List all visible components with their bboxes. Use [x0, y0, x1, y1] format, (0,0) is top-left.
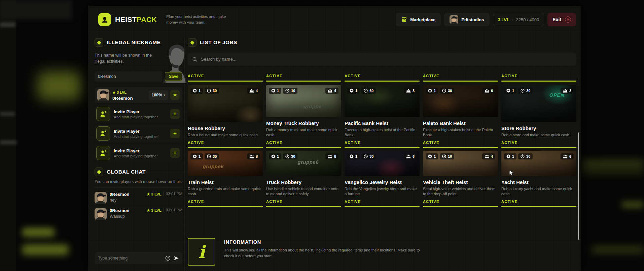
info-icon: i — [188, 238, 215, 266]
police-badge-icon — [271, 154, 275, 158]
police-level-value: 1 — [434, 89, 436, 93]
job-card[interactable]: ACTIVE 1 60 — [345, 73, 420, 148]
add-player-button[interactable]: + — [170, 109, 180, 119]
job-card-header: ACTIVE — [266, 73, 341, 85]
jobs-section-title: LIST OF JOBS — [188, 38, 576, 47]
level-separator: › — [512, 18, 513, 22]
duration-value: 30 — [526, 89, 530, 93]
players-badge: 3 — [561, 88, 574, 94]
clock-icon — [364, 89, 368, 93]
search-input[interactable] — [201, 57, 572, 62]
players-badge: 4 — [247, 88, 260, 94]
job-card[interactable]: ACTIVE gruppe 1 10 — [266, 73, 341, 148]
job-card[interactable]: 1 30 6 Yacht Heist — [501, 151, 576, 207]
bg-top-left-box — [0, 0, 72, 20]
job-status-bottom: ACTIVE — [345, 197, 420, 204]
police-badge-icon — [506, 89, 510, 93]
player-card: ★ 3 LVL 0Resmon 100% ▾ ★ — [95, 87, 182, 103]
message-author: 0Resmon — [110, 208, 130, 213]
duration-badge: 30 — [518, 88, 533, 94]
clock-icon — [521, 89, 525, 93]
person-plus-icon — [96, 146, 110, 160]
police-badge-icon — [428, 89, 432, 93]
share-percent-dropdown[interactable]: 100% ▾ — [149, 90, 168, 100]
chat-message[interactable]: 0Resmon Wassup ★ 3 LVL 03:01 PM — [95, 208, 182, 220]
job-description: Execute a high-stakes heist at the Pacif… — [345, 127, 420, 138]
chat-hint: You can invite players with mouse hover … — [95, 179, 182, 188]
players-badge: 8 — [247, 153, 260, 159]
chat-message-list: 0Resmon hey ★ 3 LVL 03:01 PM 0Resmon Was… — [95, 188, 182, 220]
police-badge-icon — [271, 89, 275, 93]
police-level-value: 1 — [199, 154, 201, 158]
chat-input[interactable] — [98, 256, 162, 261]
send-icon[interactable] — [174, 255, 179, 261]
job-card-header: ACTIVE — [345, 73, 420, 85]
marketplace-button[interactable]: Marketplace — [396, 13, 441, 26]
invite-title: Invite Player — [114, 129, 158, 134]
bg-gray-bar-2 — [0, 112, 15, 116]
add-player-button[interactable]: + — [170, 148, 180, 158]
job-image-label: gruppe6 — [203, 163, 224, 169]
job-accent-line-top — [345, 81, 420, 82]
exit-label: Exit — [552, 17, 561, 22]
heistpack-window: HEISTPACK Plan your heist activities and… — [88, 6, 581, 271]
group-icon — [249, 155, 254, 158]
message-time: 03:01 PM — [164, 208, 182, 212]
user-chip[interactable]: Edtstudios — [444, 13, 489, 26]
person-plus-icon — [96, 126, 110, 141]
clock-icon — [285, 89, 289, 93]
jobs-grid: ACTIVE 1 30 — [188, 73, 576, 207]
clock-icon — [207, 89, 211, 93]
job-card[interactable]: 1 10 4 Vehicle Theft He — [423, 151, 498, 207]
bg-left-strip — [0, 0, 16, 271]
star-icon: ★ — [173, 92, 177, 97]
job-image: gruppe6 1 30 — [188, 151, 263, 176]
nickname-input[interactable] — [95, 71, 162, 82]
invite-player-row[interactable]: Invite Player And start playing together… — [95, 145, 182, 161]
job-accent-line-top — [188, 81, 263, 82]
job-description: Steal high-value vehicles and deliver th… — [423, 186, 498, 197]
app-logo-icon — [98, 13, 111, 26]
players-value: 6 — [569, 154, 571, 158]
group-icon — [485, 89, 489, 93]
job-title: Store Robbery — [501, 125, 576, 131]
job-card[interactable]: ACTIVE 1 30 — [188, 73, 263, 148]
emoji-icon[interactable] — [165, 255, 171, 261]
save-button[interactable]: Save — [165, 72, 182, 81]
job-accent-line-bottom — [423, 206, 498, 207]
invite-player-row[interactable]: Invite Player And start playing together… — [95, 125, 182, 142]
job-image: 1 30 4 — [188, 85, 263, 122]
jobs-scrollbar[interactable] — [578, 132, 579, 240]
duration-badge: 60 — [361, 88, 376, 94]
leader-star-button[interactable]: ★ — [170, 90, 180, 100]
share-percent-value: 100% — [152, 93, 162, 97]
add-player-button[interactable]: + — [170, 129, 180, 138]
police-level-badge: 1 — [190, 153, 203, 159]
job-status-bottom: ACTIVE — [188, 197, 263, 204]
nickname-title: ILLEGAL NICKNAME — [107, 39, 160, 46]
duration-badge: 30 — [283, 153, 297, 159]
duration-badge: 30 — [361, 153, 376, 159]
job-status-top: ACTIVE — [266, 74, 341, 78]
duration-value: 30 — [213, 89, 217, 93]
police-level-value: 1 — [512, 89, 514, 93]
job-card[interactable]: ACTIVE OPEN 1 30 — [501, 73, 576, 148]
chat-message[interactable]: 0Resmon hey ★ 3 LVL 03:01 PM — [95, 192, 182, 204]
job-title: Money Truck Robbery — [266, 120, 341, 126]
job-card[interactable]: ACTIVE 1 30 — [423, 73, 498, 148]
job-card[interactable]: 1 30 6 Vangelico Jewelr — [345, 151, 420, 207]
job-image: 1 60 8 — [345, 85, 420, 117]
player-avatar — [97, 89, 109, 101]
diamond-icon — [188, 38, 196, 47]
exit-button[interactable]: Exit ✕ — [547, 13, 576, 26]
message-avatar — [95, 192, 107, 204]
clock-icon — [364, 154, 368, 158]
job-card[interactable]: gruppe6 1 30 — [188, 151, 263, 207]
clock-icon — [521, 154, 525, 158]
duration-value: 10 — [291, 89, 295, 93]
invite-player-row[interactable]: Invite Player And start playing together… — [95, 106, 182, 122]
job-title: Truck Robbery — [266, 179, 341, 185]
job-card[interactable]: gruppe6 1 30 — [266, 151, 341, 207]
job-accent-line-bottom — [345, 147, 420, 148]
information-box: i INFORMATION This will show you all the… — [188, 238, 576, 266]
